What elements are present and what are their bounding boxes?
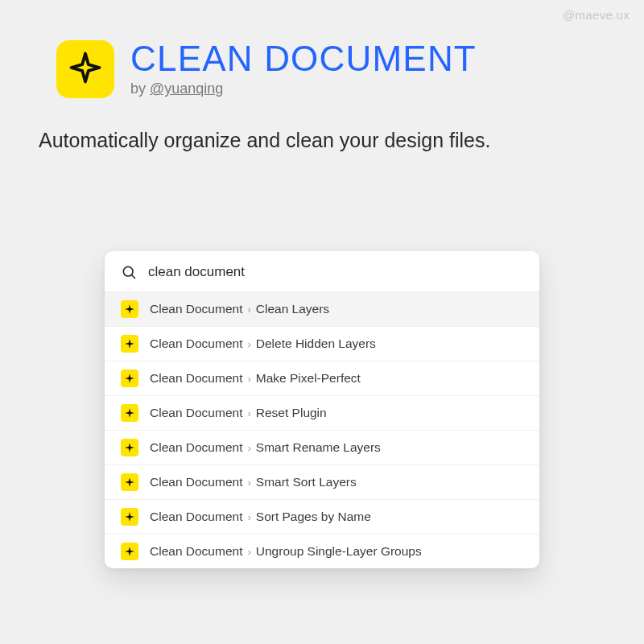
command-label: Clean Document › Ungroup Single-Layer Gr… xyxy=(150,544,422,559)
sparkle-icon xyxy=(124,407,135,419)
plugin-icon-small xyxy=(121,369,138,387)
command-parent: Clean Document xyxy=(150,406,242,420)
command-row[interactable]: Clean Document › Delete Hidden Layers xyxy=(105,326,539,361)
byline-prefix: by xyxy=(130,80,150,97)
watermark-handle: @maeve.ux xyxy=(563,8,630,22)
plugin-icon-small xyxy=(121,404,138,422)
command-parent: Clean Document xyxy=(150,302,242,316)
command-action: Smart Rename Layers xyxy=(256,440,381,455)
command-label: Clean Document › Clean Layers xyxy=(150,302,329,316)
command-palette: Clean Document › Clean Layers Clean Docu… xyxy=(105,251,539,568)
sparkle-icon xyxy=(124,442,135,453)
chevron-right-icon: › xyxy=(247,546,250,558)
plugin-icon-small xyxy=(121,473,138,491)
command-action: Sort Pages by Name xyxy=(256,510,371,524)
search-row xyxy=(105,251,539,291)
plugin-app-icon xyxy=(56,40,114,98)
plugin-header: CLEAN DOCUMENT by @yuanqing xyxy=(0,0,644,98)
chevron-right-icon: › xyxy=(247,477,250,489)
command-action: Make Pixel-Perfect xyxy=(256,371,361,386)
plugin-icon-small xyxy=(121,543,138,560)
author-link[interactable]: @yuanqing xyxy=(150,80,223,97)
plugin-icon-small xyxy=(121,335,138,353)
search-input[interactable] xyxy=(148,264,523,280)
command-label: Clean Document › Reset Plugin xyxy=(150,406,327,420)
command-action: Smart Sort Layers xyxy=(256,475,357,489)
plugin-byline: by @yuanqing xyxy=(130,80,477,97)
command-label: Clean Document › Delete Hidden Layers xyxy=(150,336,376,351)
plugin-description: Automatically organize and clean your de… xyxy=(0,98,644,155)
chevron-right-icon: › xyxy=(247,511,250,523)
title-block: CLEAN DOCUMENT by @yuanqing xyxy=(130,40,477,97)
plugin-icon-small xyxy=(121,300,138,318)
command-row[interactable]: Clean Document › Clean Layers xyxy=(105,291,539,326)
command-parent: Clean Document xyxy=(150,440,242,455)
chevron-right-icon: › xyxy=(247,442,250,454)
command-action: Reset Plugin xyxy=(256,406,327,420)
sparkle-icon xyxy=(124,373,135,384)
command-label: Clean Document › Smart Rename Layers xyxy=(150,440,381,455)
sparkle-icon xyxy=(124,477,135,488)
command-label: Clean Document › Make Pixel-Perfect xyxy=(150,371,361,386)
chevron-right-icon: › xyxy=(247,338,250,350)
command-row[interactable]: Clean Document › Smart Rename Layers xyxy=(105,430,539,464)
sparkle-icon xyxy=(124,303,135,315)
command-action: Ungroup Single-Layer Groups xyxy=(256,544,422,559)
command-action: Clean Layers xyxy=(256,302,329,316)
command-row[interactable]: Clean Document › Reset Plugin xyxy=(105,395,539,430)
command-row[interactable]: Clean Document › Smart Sort Layers xyxy=(105,464,539,499)
chevron-right-icon: › xyxy=(247,373,250,385)
plugin-icon-small xyxy=(121,508,138,526)
svg-line-1 xyxy=(132,275,135,279)
search-icon xyxy=(121,264,137,280)
plugin-title: CLEAN DOCUMENT xyxy=(130,40,477,77)
command-row[interactable]: Clean Document › Sort Pages by Name xyxy=(105,499,539,534)
sparkle-icon xyxy=(68,51,102,88)
command-parent: Clean Document xyxy=(150,544,242,559)
sparkle-icon xyxy=(124,511,135,522)
chevron-right-icon: › xyxy=(247,407,250,419)
command-parent: Clean Document xyxy=(150,510,242,524)
command-parent: Clean Document xyxy=(150,336,242,351)
results-list: Clean Document › Clean Layers Clean Docu… xyxy=(105,291,539,568)
command-label: Clean Document › Sort Pages by Name xyxy=(150,510,371,524)
sparkle-icon xyxy=(124,546,135,557)
command-parent: Clean Document xyxy=(150,371,242,386)
chevron-right-icon: › xyxy=(247,303,250,316)
command-parent: Clean Document xyxy=(150,475,242,489)
command-label: Clean Document › Smart Sort Layers xyxy=(150,475,357,489)
plugin-icon-small xyxy=(121,439,138,456)
command-row[interactable]: Clean Document › Ungroup Single-Layer Gr… xyxy=(105,534,539,568)
command-row[interactable]: Clean Document › Make Pixel-Perfect xyxy=(105,361,539,395)
sparkle-icon xyxy=(124,338,135,349)
command-action: Delete Hidden Layers xyxy=(256,336,376,351)
